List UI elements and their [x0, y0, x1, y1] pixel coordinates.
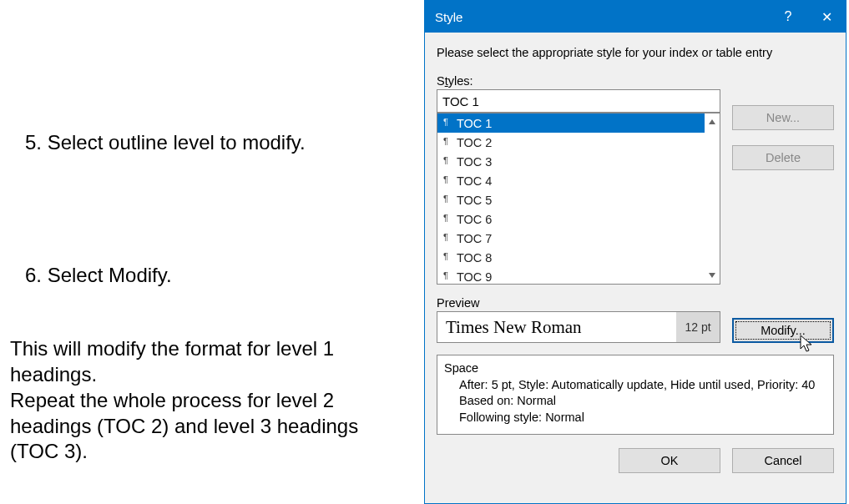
list-item-label: TOC 4: [457, 174, 492, 188]
paragraph-icon: ¶: [443, 232, 453, 242]
list-item[interactable]: ¶TOC 9: [437, 267, 705, 285]
dialog-footer: OK Cancel: [437, 448, 834, 473]
list-item-label: TOC 9: [457, 270, 492, 284]
list-item-label: TOC 5: [457, 194, 492, 207]
styles-listbox[interactable]: ¶TOC 1¶TOC 2¶TOC 3¶TOC 4¶TOC 5¶TOC 6¶TOC…: [437, 113, 720, 285]
modify-button-wrap: Modify...: [732, 318, 834, 343]
styles-input[interactable]: [437, 89, 720, 113]
cancel-button[interactable]: Cancel: [732, 448, 834, 473]
paragraph-icon: ¶: [443, 251, 453, 261]
desc-line-3: Following style: Normal: [444, 410, 826, 426]
list-item-label: TOC 3: [457, 155, 492, 169]
scroll-up-icon[interactable]: [705, 113, 720, 130]
scroll-down-icon[interactable]: [705, 267, 720, 284]
list-item-label: TOC 6: [457, 213, 492, 226]
paragraph-icon: ¶: [443, 136, 453, 146]
help-button[interactable]: ?: [769, 1, 807, 33]
preview-row: Preview Times New Roman 12 pt Modify...: [437, 296, 834, 343]
paragraph-icon: ¶: [443, 194, 453, 204]
description-box: Space After: 5 pt, Style: Automatically …: [437, 355, 834, 435]
preview-font-name: Times New Roman: [446, 317, 676, 338]
paragraph-icon: ¶: [443, 174, 453, 184]
new-button[interactable]: New...: [732, 105, 834, 130]
desc-line-2: Based on: Normal: [444, 393, 826, 410]
styles-row: Styles: ¶TOC 1¶TOC 2¶TOC 3¶TOC 4¶TOC 5¶T…: [437, 74, 834, 285]
list-item-label: TOC 1: [457, 117, 492, 130]
paragraph-icon: ¶: [443, 213, 453, 223]
desc-line-1: After: 5 pt, Style: Automatically update…: [444, 377, 826, 394]
preview-font-size: 12 pt: [676, 312, 720, 342]
style-dialog: Style ? ✕ Please select the appropriate …: [424, 0, 846, 504]
paragraph-icon: ¶: [443, 155, 453, 165]
list-item[interactable]: ¶TOC 3: [437, 152, 705, 171]
dialog-body: Please select the appropriate style for …: [425, 33, 846, 503]
delete-button[interactable]: Delete: [732, 145, 834, 170]
dialog-title: Style: [435, 10, 769, 24]
list-item[interactable]: ¶TOC 7: [437, 229, 705, 248]
desc-heading: Space: [444, 360, 826, 377]
side-buttons: New... Delete: [732, 74, 834, 285]
list-item[interactable]: ¶TOC 2: [437, 133, 705, 152]
list-item[interactable]: ¶TOC 5: [437, 190, 705, 209]
styles-column: Styles: ¶TOC 1¶TOC 2¶TOC 3¶TOC 4¶TOC 5¶T…: [437, 74, 720, 285]
titlebar[interactable]: Style ? ✕: [425, 1, 846, 33]
list-item[interactable]: ¶TOC 6: [437, 209, 705, 229]
list-item[interactable]: ¶TOC 8: [437, 248, 705, 267]
step-6-text: 6. Select Modify.: [25, 263, 407, 289]
styles-label: Styles:: [437, 74, 720, 88]
close-button[interactable]: ✕: [807, 1, 846, 33]
intro-text: Please select the appropriate style for …: [437, 46, 834, 59]
ok-button[interactable]: OK: [619, 448, 720, 473]
paragraph-icon: ¶: [443, 270, 453, 280]
list-item-label: TOC 7: [457, 232, 492, 245]
preview-column: Preview Times New Roman 12 pt: [437, 296, 720, 343]
preview-box: Times New Roman 12 pt: [437, 311, 720, 343]
preview-label: Preview: [437, 296, 720, 310]
list-item[interactable]: ¶TOC 4: [437, 171, 705, 190]
modify-button[interactable]: Modify...: [732, 318, 834, 343]
paragraph-icon: ¶: [443, 117, 453, 127]
step-5-text: 5. Select outline level to modify.: [25, 130, 407, 156]
list-item-label: TOC 2: [457, 136, 492, 149]
instructions-paragraph: This will modify the format for level 1 …: [10, 336, 407, 465]
list-item-label: TOC 8: [457, 251, 492, 265]
list-item[interactable]: ¶TOC 1: [437, 113, 705, 133]
instructions-panel: 5. Select outline level to modify. 6. Se…: [10, 0, 407, 465]
